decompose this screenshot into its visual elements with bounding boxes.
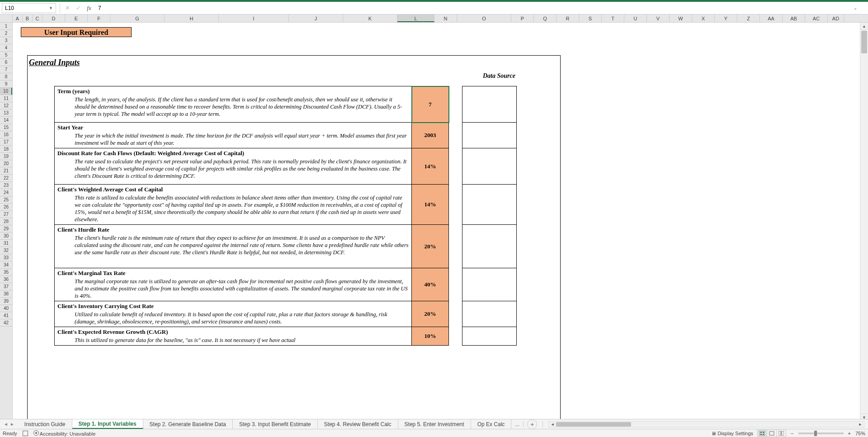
tab-nav-prev-icon[interactable]: ◄	[4, 422, 8, 427]
column-header[interactable]: V	[647, 14, 670, 22]
data-source-cell[interactable]	[462, 185, 517, 225]
row-header[interactable]: 30	[0, 233, 12, 240]
column-header[interactable]: O	[457, 14, 511, 22]
row-header[interactable]: 38	[0, 290, 12, 298]
row-header[interactable]: 21	[0, 167, 12, 175]
zoom-in-button[interactable]: +	[848, 431, 851, 436]
row-header[interactable]: 23	[0, 182, 12, 189]
row-header[interactable]: 36	[0, 276, 12, 283]
vscroll-thumb[interactable]	[861, 31, 867, 53]
formula-expand-icon[interactable]: ⌄	[851, 5, 860, 10]
formula-input[interactable]	[94, 5, 851, 11]
column-header[interactable]: Z	[737, 14, 760, 22]
row-header[interactable]: 25	[0, 196, 12, 204]
column-header[interactable]: AC	[805, 14, 828, 22]
column-header[interactable]: AD	[828, 14, 844, 22]
scroll-up-icon[interactable]: ▲	[860, 23, 868, 30]
data-source-cell[interactable]	[462, 86, 517, 123]
input-value-cell[interactable]: 20%	[412, 225, 449, 268]
input-value-cell[interactable]: 14%	[412, 148, 449, 185]
row-header[interactable]: 27	[0, 211, 12, 218]
input-value-cell[interactable]: 40%	[412, 268, 449, 301]
sheet-tab[interactable]: Step 3. Input Benefit Estimate	[233, 419, 318, 429]
input-value-cell[interactable]: 7	[412, 86, 449, 123]
page-layout-view-button[interactable]	[767, 430, 777, 437]
row-header[interactable]: 37	[0, 283, 12, 290]
row-header[interactable]: 29	[0, 225, 12, 233]
input-desc-cell[interactable]: Client's Expected Revenue Growth (CAGR)T…	[55, 327, 412, 346]
row-header[interactable]: 28	[0, 218, 12, 225]
column-header[interactable]: A	[13, 14, 23, 22]
column-header[interactable]: C	[33, 14, 42, 22]
normal-view-button[interactable]	[757, 430, 767, 437]
column-header[interactable]: T	[602, 14, 624, 22]
column-header[interactable]: AA	[760, 14, 783, 22]
data-source-cell[interactable]	[462, 225, 517, 268]
row-header[interactable]: 42	[0, 319, 12, 327]
column-header[interactable]: P	[511, 14, 534, 22]
row-header[interactable]: 33	[0, 254, 12, 261]
zoom-level[interactable]: 75%	[855, 431, 865, 436]
column-header[interactable]: I	[219, 14, 289, 22]
data-source-cell[interactable]	[462, 148, 517, 185]
sheet-tab[interactable]: Step 4. Review Benefit Calc	[318, 419, 398, 429]
zoom-handle[interactable]	[814, 431, 817, 436]
hscroll-right-icon[interactable]: ►	[857, 422, 864, 427]
row-header[interactable]: 12	[0, 102, 12, 109]
row-header[interactable]: 17	[0, 138, 12, 146]
row-header[interactable]: 20	[0, 160, 12, 167]
row-header[interactable]: 34	[0, 261, 12, 269]
row-header[interactable]: 6	[0, 59, 12, 66]
row-header[interactable]: 11	[0, 95, 12, 102]
row-header[interactable]: 26	[0, 204, 12, 211]
row-header[interactable]: 18	[0, 146, 12, 153]
zoom-slider[interactable]	[798, 432, 844, 434]
column-header[interactable]: X	[692, 14, 715, 22]
input-desc-cell[interactable]: Client's Hurdle RateThe client's hurdle …	[55, 225, 412, 268]
input-value-cell[interactable]: 14%	[412, 185, 449, 225]
row-header[interactable]: 2	[0, 30, 12, 37]
data-source-cell[interactable]	[462, 268, 517, 301]
row-header[interactable]: 35	[0, 269, 12, 276]
column-header[interactable]: W	[670, 14, 692, 22]
horizontal-scrollbar[interactable]: ◄ ►	[548, 421, 864, 428]
select-all-corner[interactable]	[0, 14, 13, 22]
macro-record-icon[interactable]	[23, 431, 28, 436]
row-header[interactable]: 15	[0, 124, 12, 131]
name-box-dropdown-icon[interactable]: ▼	[49, 6, 53, 10]
display-settings-button[interactable]: 🖥 Display Settings	[711, 431, 753, 436]
column-header[interactable]: B	[23, 14, 33, 22]
name-box[interactable]: L10 ▼	[2, 3, 56, 13]
data-source-cell[interactable]	[462, 327, 517, 346]
column-header[interactable]: N	[434, 14, 457, 22]
vertical-scrollbar[interactable]: ▲ ▼	[860, 23, 868, 421]
column-header[interactable]: Q	[534, 14, 557, 22]
row-header[interactable]: 3	[0, 37, 12, 44]
row-header[interactable]: 13	[0, 109, 12, 117]
input-value-cell[interactable]: 20%	[412, 301, 449, 327]
add-sheet-button[interactable]: +	[527, 419, 537, 429]
accessibility-status[interactable]: Accessibility: Unavailable	[33, 430, 96, 437]
sheet-tab[interactable]: Step 2. Generate Baseline Data	[143, 419, 233, 429]
column-header[interactable]: L	[397, 14, 434, 22]
input-value-cell[interactable]: 2003	[412, 123, 449, 148]
input-value-cell[interactable]: 10%	[412, 327, 449, 346]
row-header[interactable]: 14	[0, 117, 12, 124]
sheet-tab[interactable]: Instruction Guide	[18, 419, 72, 429]
row-header[interactable]: 32	[0, 247, 12, 254]
row-header[interactable]: 8	[0, 73, 12, 81]
input-desc-cell[interactable]: Start YearThe year in which the initial …	[55, 123, 412, 148]
zoom-out-button[interactable]: −	[791, 431, 793, 436]
row-header[interactable]: 24	[0, 189, 12, 196]
column-header[interactable]: E	[65, 14, 88, 22]
column-header[interactable]: F	[88, 14, 110, 22]
row-header[interactable]: 39	[0, 298, 12, 305]
data-source-cell[interactable]	[462, 123, 517, 148]
row-header[interactable]: 7	[0, 66, 12, 73]
input-desc-cell[interactable]: Discount Rate for Cash Flows (Default: W…	[55, 148, 412, 185]
hscroll-thumb[interactable]	[556, 422, 631, 427]
data-source-cell[interactable]	[462, 301, 517, 327]
row-header[interactable]: 19	[0, 153, 12, 160]
input-desc-cell[interactable]: Client's Weighted Average Cost of Capita…	[55, 185, 412, 225]
row-header[interactable]: 16	[0, 131, 12, 138]
